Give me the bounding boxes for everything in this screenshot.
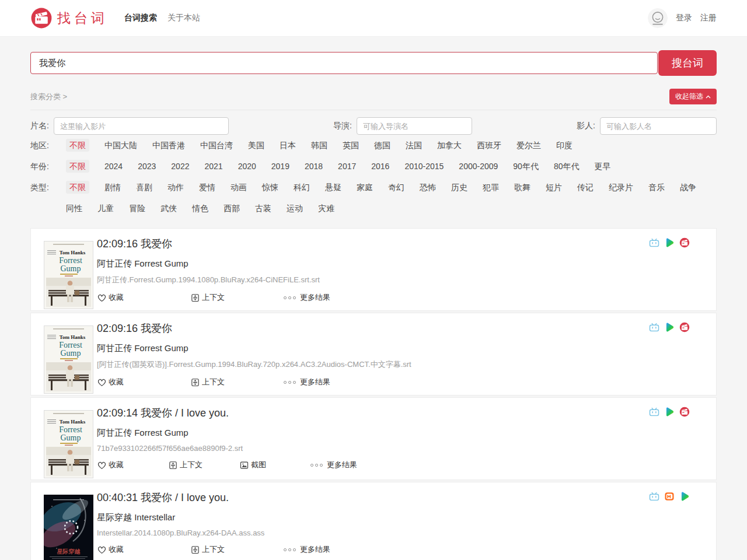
filter-option[interactable]: 短片	[538, 177, 570, 198]
filter-option[interactable]: 冒险	[121, 198, 153, 219]
more-results-button[interactable]: 更多结果	[284, 544, 377, 555]
filter-option[interactable]: 2019	[264, 156, 297, 177]
filter-option[interactable]: 中国大陆	[97, 135, 145, 156]
filter-option[interactable]: 情色	[184, 198, 216, 219]
screenshot-button[interactable]: 截图	[239, 460, 310, 470]
filter-option[interactable]: 西班牙	[469, 135, 509, 156]
context-button[interactable]: 上下文	[168, 460, 239, 470]
bilibili-icon[interactable]	[649, 407, 659, 417]
filter-option[interactable]: 2021	[197, 156, 230, 177]
filter-option[interactable]: 2020	[231, 156, 264, 177]
favorite-button[interactable]: 收藏	[97, 460, 168, 470]
more-results-button[interactable]: 更多结果	[284, 292, 377, 303]
tencent-video-icon[interactable]	[664, 322, 675, 332]
filter-option[interactable]: 2016	[364, 156, 397, 177]
filter-option[interactable]: 灾难	[310, 198, 342, 219]
filter-option[interactable]: 历史	[444, 177, 475, 198]
filter-option[interactable]: 2024	[97, 156, 130, 177]
filter-option[interactable]: 悬疑	[317, 177, 349, 198]
filter-option[interactable]: 动画	[223, 177, 254, 198]
more-results-button[interactable]: 更多结果	[284, 377, 377, 387]
collapse-filter-button[interactable]: 收起筛选	[669, 89, 717, 104]
movie-poster-interstellar[interactable]	[44, 495, 93, 560]
filter-option[interactable]: 英国	[335, 135, 366, 156]
filter-option[interactable]: 美国	[240, 135, 272, 156]
filter-option[interactable]: 2017	[330, 156, 364, 177]
filter-option[interactable]: 古装	[247, 198, 279, 219]
filter-option[interactable]: 80年代	[546, 156, 587, 177]
bilibili-icon[interactable]	[649, 237, 659, 248]
filter-option[interactable]: 音乐	[641, 177, 672, 198]
filter-option[interactable]: 同性	[58, 198, 90, 219]
movie-link[interactable]: 星际穿越 Interstellar	[97, 512, 703, 523]
movie-link[interactable]: 阿甘正传 Forrest Gump	[97, 258, 703, 270]
user-avatar-icon[interactable]	[648, 8, 668, 28]
filter-option[interactable]: 传记	[570, 177, 601, 198]
movie-input[interactable]	[54, 117, 229, 135]
filter-option[interactable]: 奇幻	[381, 177, 412, 198]
filter-option[interactable]: 日本	[272, 135, 303, 156]
filter-option[interactable]: 更早	[587, 156, 618, 177]
filter-option[interactable]: 惊悚	[254, 177, 286, 198]
filter-option[interactable]: 儿童	[90, 198, 121, 219]
zhaotaici-icon[interactable]	[679, 322, 690, 332]
actor-input[interactable]	[600, 117, 717, 135]
filter-option[interactable]: 运动	[279, 198, 310, 219]
favorite-button[interactable]: 收藏	[97, 292, 190, 303]
filter-option[interactable]: 德国	[366, 135, 398, 156]
search-category-label[interactable]: 搜索分类 >	[30, 92, 67, 102]
filter-option[interactable]: 90年代	[505, 156, 546, 177]
zhaotaici-icon[interactable]	[679, 237, 690, 248]
filter-option[interactable]: 恐怖	[412, 177, 444, 198]
filter-option[interactable]: 2018	[297, 156, 330, 177]
filter-option[interactable]: 西部	[216, 198, 247, 219]
filter-option[interactable]: 家庭	[349, 177, 381, 198]
favorite-button[interactable]: 收藏	[97, 544, 190, 555]
filter-option-selected[interactable]: 不限	[58, 135, 97, 156]
filter-option[interactable]: 中国台湾	[193, 135, 240, 156]
filter-option[interactable]: 2022	[163, 156, 197, 177]
movie-link[interactable]: 阿甘正传 Forrest Gump	[97, 428, 703, 439]
filter-option[interactable]: 2000-2009	[451, 156, 505, 177]
movie-link[interactable]: 阿甘正传 Forrest Gump	[97, 343, 703, 354]
login-link[interactable]: 登录	[676, 13, 692, 23]
filter-option[interactable]: 剧情	[97, 177, 128, 198]
filter-option-selected[interactable]: 不限	[58, 177, 97, 198]
tencent-video-icon[interactable]	[664, 407, 675, 417]
filter-option[interactable]: 战争	[672, 177, 704, 198]
filter-option[interactable]: 加拿大	[430, 135, 469, 156]
search-input[interactable]	[30, 52, 658, 74]
filter-option[interactable]: 喜剧	[128, 177, 160, 198]
zhaotaici-icon[interactable]	[679, 407, 690, 417]
filter-option[interactable]: 爱尔兰	[509, 135, 549, 156]
context-button[interactable]: 上下文	[190, 292, 284, 303]
movie-poster-forrest-gump[interactable]	[44, 326, 93, 394]
filter-option-selected[interactable]: 不限	[58, 156, 97, 177]
context-button[interactable]: 上下文	[190, 544, 284, 555]
site-logo[interactable]: 找台词	[30, 7, 108, 29]
context-button[interactable]: 上下文	[190, 377, 284, 387]
director-input[interactable]	[357, 117, 472, 135]
filter-option[interactable]: 科幻	[286, 177, 317, 198]
filter-option[interactable]: 印度	[549, 135, 580, 156]
register-link[interactable]: 注册	[700, 13, 717, 23]
bilibili-icon[interactable]	[649, 491, 659, 502]
nav-item-about[interactable]: 关于本站	[167, 13, 200, 23]
filter-option[interactable]: 2023	[130, 156, 163, 177]
mgtv-icon[interactable]	[664, 491, 675, 502]
filter-option[interactable]: 歌舞	[507, 177, 538, 198]
filter-option[interactable]: 2010-2015	[397, 156, 451, 177]
filter-option[interactable]: 中国香港	[145, 135, 193, 156]
more-results-button[interactable]: 更多结果	[310, 460, 382, 470]
movie-poster-forrest-gump[interactable]	[44, 241, 93, 309]
filter-option[interactable]: 韩国	[303, 135, 335, 156]
nav-item-search[interactable]: 台词搜索	[124, 13, 157, 23]
filter-option[interactable]: 犯罪	[475, 177, 507, 198]
filter-option[interactable]: 动作	[160, 177, 191, 198]
filter-option[interactable]: 武侠	[153, 198, 184, 219]
favorite-button[interactable]: 收藏	[97, 377, 190, 387]
bilibili-icon[interactable]	[649, 322, 659, 332]
movie-poster-forrest-gump[interactable]	[44, 410, 93, 478]
filter-option[interactable]: 爱情	[191, 177, 223, 198]
search-button[interactable]: 搜台词	[658, 50, 717, 76]
